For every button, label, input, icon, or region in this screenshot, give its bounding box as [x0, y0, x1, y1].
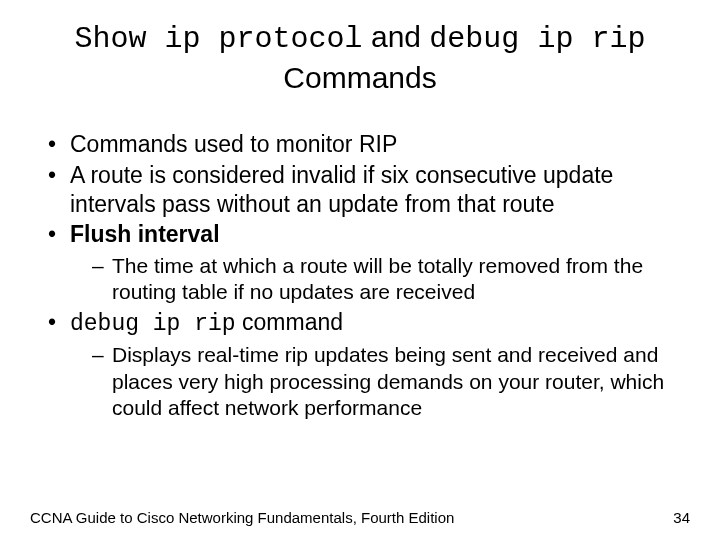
- sub-item: Displays real-time rip updates being sen…: [92, 342, 690, 421]
- bullet-code: debug ip rip: [70, 311, 236, 337]
- title-and: and: [363, 20, 430, 53]
- slide-title: Show ip protocol and debug ip rip Comman…: [30, 18, 690, 96]
- sub-item: The time at which a route will be totall…: [92, 253, 690, 306]
- slide: Show ip protocol and debug ip rip Comman…: [0, 0, 720, 421]
- bullet-list: Commands used to monitor RIP A route is …: [30, 130, 690, 421]
- bullet-tail: command: [236, 309, 343, 335]
- bullet-item: Commands used to monitor RIP: [48, 130, 690, 159]
- bullet-item: Flush interval The time at which a route…: [48, 220, 690, 305]
- footer: CCNA Guide to Cisco Networking Fundament…: [30, 509, 690, 526]
- title-code-2: debug ip rip: [429, 22, 645, 56]
- bullet-text-bold: Flush interval: [70, 221, 220, 247]
- bullet-item: debug ip rip command Displays real-time …: [48, 308, 690, 422]
- sub-text: The time at which a route will be totall…: [112, 254, 643, 303]
- bullet-text: A route is considered invalid if six con…: [70, 162, 613, 217]
- sub-list: The time at which a route will be totall…: [70, 253, 690, 306]
- title-code-1: Show ip protocol: [75, 22, 363, 56]
- sub-text: Displays real-time rip updates being sen…: [112, 343, 664, 419]
- bullet-item: A route is considered invalid if six con…: [48, 161, 690, 219]
- footer-source: CCNA Guide to Cisco Networking Fundament…: [30, 509, 454, 526]
- page-number: 34: [673, 509, 690, 526]
- sub-list: Displays real-time rip updates being sen…: [70, 342, 690, 421]
- bullet-text: Commands used to monitor RIP: [70, 131, 397, 157]
- title-tail: Commands: [283, 61, 436, 94]
